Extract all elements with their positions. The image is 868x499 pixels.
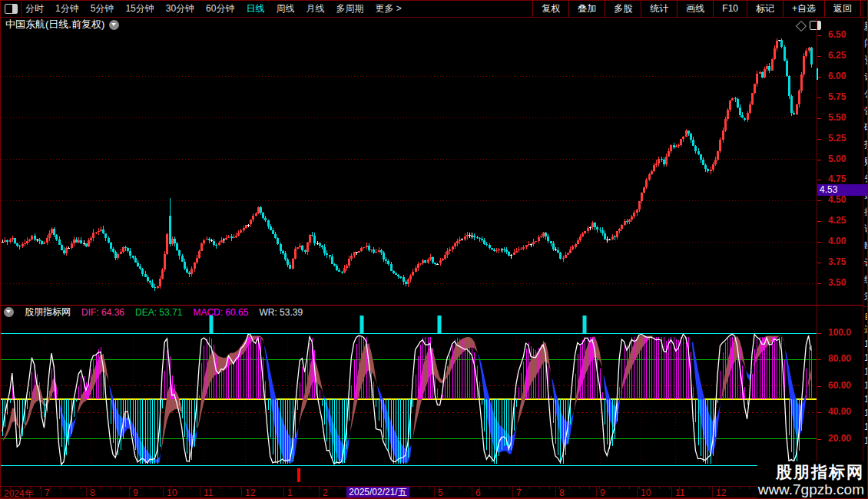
month-label: 12: [716, 487, 726, 498]
month-divider: [596, 487, 597, 497]
strip-list-number: 1: [864, 421, 868, 432]
indicator-chart[interactable]: [1, 312, 817, 486]
price-axis-label: 5.50: [817, 112, 863, 123]
strip-list-number: 1: [864, 435, 868, 446]
month-label: 10: [167, 487, 177, 498]
date-axis: 2025/02/21/五 2024年7891011121256789101112: [1, 486, 863, 498]
right-strip[interactable]: 新闻资讯公告研报财务数据诊断评级筹自选11111111: [863, 1, 868, 499]
strip-glyph: 告: [864, 105, 868, 116]
price-axis-label: 6.25: [817, 50, 863, 61]
indicator-header: 股朋指标网 DIF: 64.36 DEA: 53.71 MACD: 60.65 …: [4, 306, 303, 318]
strip-glyph: 评: [864, 257, 868, 268]
month-divider: [712, 487, 713, 497]
strip-list-header: 自: [864, 311, 868, 322]
strip-glyph: 资: [864, 55, 868, 65]
month-divider: [41, 487, 41, 497]
action-item-+自选[interactable]: +自选: [783, 1, 824, 17]
action-item-多股[interactable]: 多股: [605, 1, 641, 17]
price-axis-label: 3.75: [817, 256, 863, 267]
strip-list-header: 选: [864, 324, 868, 335]
strip-list-number: 1: [864, 408, 868, 418]
price-axis-label: 3.50: [817, 277, 863, 288]
price-axis-label: 4.50: [817, 194, 863, 205]
strip-glyph: 断: [864, 240, 868, 251]
action-item-返回[interactable]: 返回: [824, 1, 861, 17]
macd-value: MACD: 60.65: [193, 307, 248, 318]
month-divider: [512, 487, 513, 497]
month-divider: [319, 487, 320, 497]
month-label: 6: [475, 487, 481, 498]
last-price-tag: 4.53: [817, 184, 868, 196]
month-label: 9: [600, 487, 605, 498]
month-divider: [555, 487, 556, 497]
month-label: 5: [438, 487, 443, 498]
indicator-axis-label: 80.00: [817, 353, 863, 364]
period-item-周线[interactable]: 周线: [276, 2, 294, 15]
price-axis-label: 5.25: [817, 133, 863, 144]
action-item-F10[interactable]: F10: [713, 1, 747, 17]
month-label: 11: [204, 487, 213, 498]
period-item-日线[interactable]: 日线: [246, 2, 264, 15]
period-item-30分钟[interactable]: 30分钟: [166, 2, 194, 15]
price-chart[interactable]: [1, 22, 817, 305]
period-item-月线[interactable]: 月线: [306, 2, 324, 15]
date-ticks: [1, 487, 863, 489]
price-axis-label: 6.00: [817, 71, 863, 81]
period-item-分时[interactable]: 分时: [25, 2, 44, 15]
price-axis-label: 4.25: [817, 215, 863, 226]
month-divider: [472, 487, 472, 497]
month-divider: [129, 487, 130, 497]
watermark-title: 股朋指标网: [776, 463, 864, 481]
price-axis-label: 4.75: [817, 173, 863, 184]
strip-glyph: 讯: [864, 71, 868, 82]
month-label: 8: [90, 487, 95, 498]
chevron-down-icon[interactable]: [109, 20, 119, 30]
strip-glyph: 闻: [864, 38, 868, 48]
month-divider: [434, 487, 435, 497]
price-axis-label: 5.00: [817, 154, 863, 164]
stock-title: 中国东航(日线.前复权): [5, 18, 104, 31]
strip-glyph: 财: [864, 156, 868, 167]
price-axis-label: 5.75: [817, 91, 863, 102]
month-divider: [283, 487, 284, 497]
strip-list-number: 1: [864, 366, 868, 377]
month-divider: [163, 487, 164, 497]
watermark-url: www.7gpzb.com: [758, 481, 864, 498]
title-bar: 中国东航(日线.前复权): [5, 18, 119, 31]
period-item-更多 >[interactable]: 更多 >: [375, 2, 401, 15]
action-item-复权[interactable]: 复权: [532, 1, 568, 17]
period-item-多周期[interactable]: 多周期: [336, 2, 363, 15]
month-label: 12: [245, 487, 255, 498]
action-item-画线[interactable]: 画线: [677, 1, 713, 17]
action-item-叠加[interactable]: 叠加: [568, 1, 605, 17]
strip-glyph: 级: [864, 274, 868, 285]
price-axis-label: 4.00: [817, 236, 863, 246]
month-label: 7: [45, 487, 50, 498]
strip-glyph: 新: [864, 21, 868, 31]
action-menu: 复权叠加多股统计画线F10标记+自选返回: [532, 1, 861, 17]
strip-divider: [863, 306, 868, 307]
panel-separator: [1, 305, 863, 306]
period-item-60分钟[interactable]: 60分钟: [206, 2, 234, 15]
axis-price-marker: [817, 68, 818, 80]
action-item-统计[interactable]: 统计: [641, 1, 677, 17]
month-label: 1: [287, 487, 293, 498]
chevron-down-icon[interactable]: [4, 307, 14, 317]
strip-list-number: 1: [864, 352, 868, 363]
year-label: 2024年: [4, 487, 34, 499]
dif-value: DIF: 64.36: [81, 307, 124, 318]
period-item-1分钟[interactable]: 1分钟: [55, 2, 79, 15]
panel-toggle-icon[interactable]: [5, 4, 18, 14]
month-label: 11: [675, 487, 684, 498]
strip-glyph: 研: [864, 122, 868, 133]
period-item-5分钟[interactable]: 5分钟: [91, 2, 114, 15]
period-item-15分钟[interactable]: 15分钟: [125, 2, 154, 15]
month-label: 7: [516, 487, 522, 498]
month-divider: [200, 487, 200, 497]
app-window: 分时1分钟5分钟15分钟30分钟60分钟日线周线月线多周期更多 > 复权叠加多股…: [0, 0, 868, 499]
month-divider: [637, 487, 638, 497]
action-item-标记[interactable]: 标记: [747, 1, 783, 17]
strip-glyph: 务: [864, 173, 868, 183]
month-label: 9: [133, 487, 138, 498]
strip-glyph: 公: [864, 88, 868, 99]
